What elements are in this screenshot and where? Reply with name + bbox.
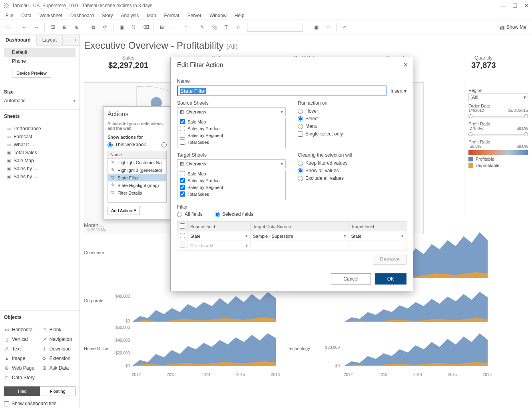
menu-file[interactable]: File (2, 12, 16, 19)
chart-technology[interactable] (344, 326, 492, 370)
pin-icon[interactable]: ☆ (233, 22, 244, 33)
add-action-button[interactable]: Add Action▾ (108, 206, 140, 215)
legend-item[interactable]: Unprofitable (468, 163, 528, 168)
newsheet-icon[interactable]: ▣ (116, 22, 127, 33)
filter-row[interactable]: State▾ Sample - Superstore▾ State▾ (177, 231, 406, 241)
clear-radio[interactable] (298, 168, 303, 173)
action-list-item[interactable]: ▽State Filter (108, 174, 166, 181)
action-list-item[interactable]: ✎Highlight 3 (generated) (108, 166, 166, 174)
clearsheet-icon[interactable]: ⌫ (140, 22, 151, 33)
sheet-item[interactable]: ▭Performance (0, 125, 80, 133)
object-item[interactable]: AText (4, 345, 38, 353)
region-select[interactable]: (All)▾ (468, 94, 528, 101)
legend-item[interactable]: Profitable (468, 157, 528, 161)
refresh-icon[interactable]: ⟳ (100, 22, 111, 33)
tab-dashboard[interactable]: Dashboard (0, 35, 37, 46)
sheet-item[interactable]: ▣Sale Map (0, 157, 80, 165)
group-icon[interactable]: ⊟ (156, 22, 167, 33)
floating-button[interactable]: Floating (40, 386, 76, 396)
target-item[interactable]: Sales by Product (177, 177, 285, 184)
menu-data[interactable]: Data (18, 12, 34, 19)
object-item[interactable]: □Blank (42, 326, 76, 334)
profitratio-slider[interactable] (468, 132, 528, 137)
menu-map[interactable]: Map (143, 12, 159, 19)
source-list[interactable]: Sale MapSales by ProductSales by Segment… (177, 118, 286, 148)
filter-row[interactable]: Click to add▾ (177, 241, 406, 251)
target-item[interactable]: Sale Map (177, 170, 285, 177)
actions-list[interactable]: Name ✎Highlight Customer Na✎Highlight 3 … (108, 151, 167, 203)
allfields-radio[interactable] (177, 212, 182, 217)
sheet-item[interactable]: ▭What If ... (0, 141, 80, 149)
menu-analysis[interactable]: Analysis (118, 12, 142, 19)
object-item[interactable]: ▭Horizontal (4, 326, 38, 334)
sheet-item[interactable]: ▣Sales by ... (0, 173, 80, 181)
size-select[interactable]: Automatic (4, 96, 76, 105)
sheet-item[interactable]: ▣Sales by ... (0, 165, 80, 173)
source-item[interactable]: Sales by Segment (177, 132, 285, 139)
redo-icon[interactable]: → (31, 22, 42, 33)
toolbar-search-input[interactable] (247, 23, 303, 32)
sortasc-icon[interactable]: ↓ (168, 22, 179, 33)
object-item[interactable]: ⚙Extension (42, 354, 76, 362)
single-select-checkbox[interactable] (298, 131, 303, 137)
showme-button[interactable]: Show Me (496, 24, 530, 30)
undo-icon[interactable]: ← (19, 22, 30, 33)
highlight-icon[interactable]: ✎ (197, 22, 208, 33)
swap-icon[interactable]: ⇅ (128, 22, 139, 33)
run-radio[interactable] (298, 124, 303, 129)
text-icon[interactable]: T (221, 22, 232, 33)
chart-homeoffice[interactable] (132, 326, 280, 370)
target-list[interactable]: Sale MapSales by ProductSales by Segment… (177, 170, 286, 200)
maximize-icon[interactable]: ☐ (512, 2, 518, 9)
tiled-button[interactable]: Tiled (4, 386, 40, 396)
clear-radio[interactable] (298, 161, 303, 166)
run-radio[interactable] (298, 116, 303, 121)
menu-help[interactable]: Help (231, 12, 248, 19)
attach-icon[interactable]: 📎 (209, 22, 220, 33)
menu-story[interactable]: Story (99, 12, 116, 19)
collapse-sidebar-icon[interactable]: ‹ (72, 37, 80, 43)
chart-corporate[interactable] (132, 286, 280, 326)
save-icon[interactable]: 🖫 (47, 22, 58, 33)
actions-radio-thiswb[interactable] (108, 142, 113, 147)
menu-dashboard[interactable]: Dashboard (67, 12, 97, 19)
remove-button[interactable]: Remove (373, 254, 406, 265)
menu-worksheet[interactable]: Worksheet (36, 12, 66, 19)
close-icon[interactable]: ✕ (524, 2, 529, 9)
chart-right-mid[interactable] (344, 286, 492, 326)
dialog-close-icon[interactable]: ✕ (403, 61, 408, 69)
source-sheets-select[interactable]: ⊞Overview (177, 107, 286, 116)
target-sheets-select[interactable]: ⊞Overview (177, 159, 286, 168)
selectedfields-radio[interactable] (215, 212, 220, 217)
object-item[interactable]: ⤓Download (42, 345, 76, 353)
action-list-item[interactable]: ✎Highlight Customer Na (108, 159, 166, 166)
minimize-icon[interactable]: — (500, 2, 506, 9)
clear-radio[interactable] (298, 176, 303, 181)
tab-layout[interactable]: Layout (37, 34, 63, 45)
action-list-item[interactable]: ▽Filter Details (108, 189, 166, 197)
table-check-all[interactable] (180, 223, 185, 229)
source-item[interactable]: Total Sales (177, 139, 285, 145)
name-input[interactable] (177, 86, 387, 96)
new-datasource-icon[interactable]: ⊞ (59, 22, 70, 33)
object-item[interactable]: ⊞Ask Data (42, 364, 76, 372)
run-radio[interactable] (298, 109, 303, 114)
object-item[interactable]: ⊕Web Page (4, 364, 38, 372)
action-list-item[interactable]: ✎State Highlight (map) (108, 181, 166, 189)
duplicate-icon[interactable]: ⧉ (88, 22, 99, 33)
menu-format[interactable]: Format (161, 12, 183, 19)
object-item[interactable]: ▲Image (4, 354, 38, 362)
present-icon[interactable]: ▭ (323, 22, 334, 33)
source-item[interactable]: Sales by Product (177, 125, 285, 132)
menu-server[interactable]: Server (184, 12, 205, 19)
device-default[interactable]: Default (4, 48, 76, 57)
device-preview-button[interactable]: Device Preview (12, 69, 51, 78)
orderdate-slider[interactable] (468, 114, 528, 119)
share-icon[interactable]: ∝ (339, 22, 350, 33)
target-item[interactable]: Total Sales (177, 191, 285, 197)
sheet-item[interactable]: ▣Total Sales (0, 149, 80, 157)
object-item[interactable]: ↗Navigation (42, 335, 76, 343)
cancel-button[interactable]: Cancel (331, 273, 371, 285)
target-item[interactable]: Sales by Segment (177, 184, 285, 191)
sheet-item[interactable]: ▭Forecast (0, 133, 80, 141)
